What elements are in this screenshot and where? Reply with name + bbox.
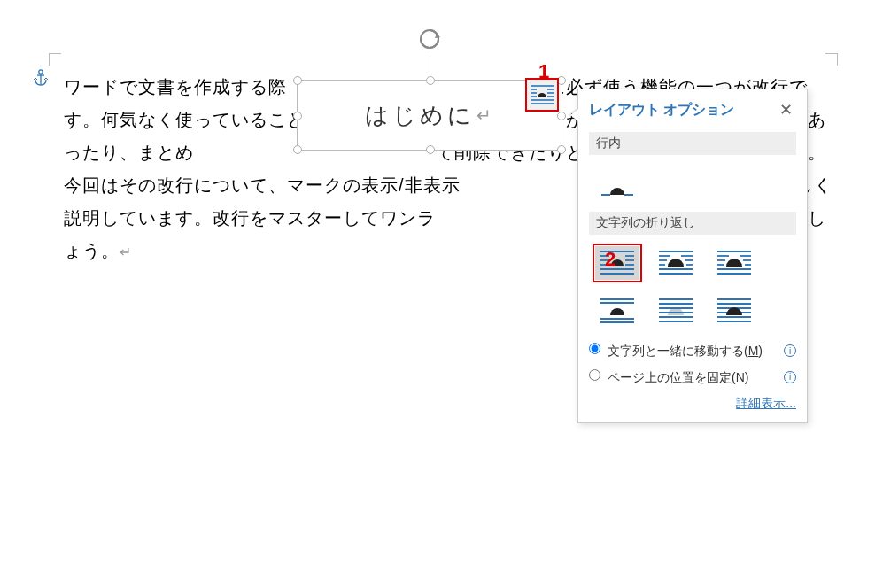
radio-fix-position-label: ページ上の位置を固定(N) xyxy=(608,369,777,387)
option-wrap-square[interactable] xyxy=(593,244,642,282)
radio-move-with-text[interactable] xyxy=(589,343,600,354)
resize-handle[interactable] xyxy=(557,145,566,154)
svg-point-0 xyxy=(39,70,43,74)
resize-handle[interactable] xyxy=(426,145,435,154)
resize-handle[interactable] xyxy=(293,76,302,85)
infront-text-icon xyxy=(715,296,754,326)
close-icon[interactable]: ✕ xyxy=(776,100,796,120)
option-wrap-through[interactable] xyxy=(709,244,759,282)
wrap-through-icon xyxy=(715,248,754,278)
resize-handle[interactable] xyxy=(293,112,302,120)
text-box[interactable]: はじめに↵ xyxy=(297,80,562,151)
info-icon[interactable]: i xyxy=(784,371,796,383)
option-infront-text[interactable] xyxy=(709,291,759,330)
radio-fix-position[interactable] xyxy=(589,369,600,381)
inline-icon xyxy=(600,170,635,197)
anchor-icon xyxy=(34,69,48,90)
page-corner-tl xyxy=(49,53,61,66)
section-wrap-label: 文字列の折り返し xyxy=(589,212,796,235)
option-wrap-topbottom[interactable] xyxy=(593,291,642,330)
paragraph-mark-icon: ↵ xyxy=(120,244,132,259)
annotation-2: 2 xyxy=(605,248,616,271)
wrap-square-icon xyxy=(529,83,555,106)
wrap-square-icon xyxy=(598,248,637,278)
info-icon[interactable]: i xyxy=(784,344,796,357)
annotation-1: 1 xyxy=(538,60,549,83)
more-options-link[interactable]: 詳細表示... xyxy=(736,396,796,410)
return-mark-icon: ↵ xyxy=(476,104,495,126)
textbox-content: はじめに xyxy=(365,100,475,131)
option-wrap-tight[interactable] xyxy=(651,244,701,282)
section-inline-label: 行内 xyxy=(589,132,796,155)
wrap-topbottom-icon xyxy=(598,296,637,326)
radio-move-with-text-label: 文字列と一緒に移動する(M) xyxy=(608,343,777,360)
resize-handle[interactable] xyxy=(293,145,302,154)
behind-text-icon xyxy=(656,296,695,326)
option-behind-text[interactable] xyxy=(651,291,701,330)
wrap-tight-icon xyxy=(656,248,695,278)
page-corner-tr xyxy=(825,53,838,66)
option-inline[interactable] xyxy=(593,164,642,203)
panel-pointer xyxy=(570,109,578,121)
resize-handle[interactable] xyxy=(426,76,435,85)
panel-title: レイアウト オプション xyxy=(589,101,734,120)
resize-handle[interactable] xyxy=(557,112,566,120)
